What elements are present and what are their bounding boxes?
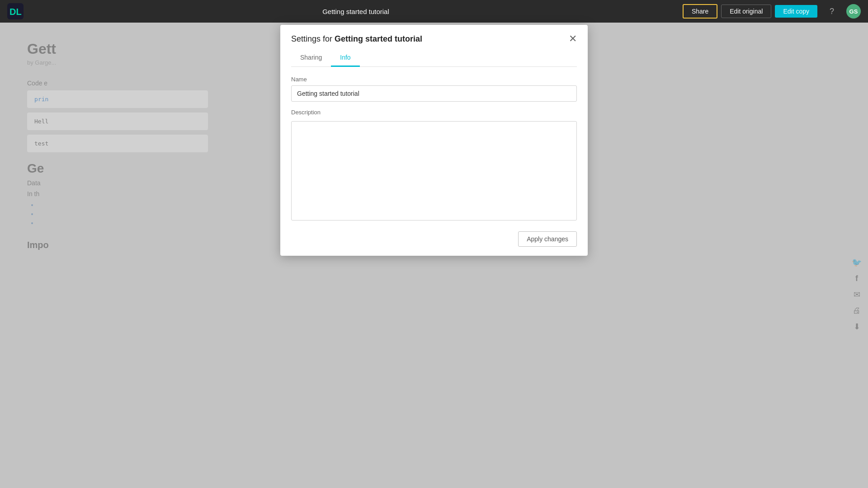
- edit-original-button[interactable]: Edit original: [721, 5, 771, 18]
- modal-tabs: Sharing Info: [291, 49, 577, 67]
- navbar: DL Getting started tutorial Share Edit o…: [0, 0, 868, 23]
- description-label: Description: [291, 109, 577, 116]
- name-input[interactable]: [291, 85, 577, 102]
- avatar[interactable]: GS: [846, 4, 861, 19]
- edit-copy-button[interactable]: Edit copy: [775, 5, 817, 18]
- navbar-actions: Share Edit original Edit copy ? GS: [683, 4, 861, 19]
- modal-title: Settings for Getting started tutorial: [291, 34, 422, 44]
- page-title: Getting started tutorial: [29, 8, 683, 15]
- app-logo[interactable]: DL: [7, 3, 24, 19]
- share-button[interactable]: Share: [683, 4, 717, 19]
- tab-sharing[interactable]: Sharing: [291, 49, 331, 67]
- apply-changes-button[interactable]: Apply changes: [518, 231, 577, 247]
- svg-text:DL: DL: [9, 7, 22, 17]
- description-textarea[interactable]: [291, 121, 577, 221]
- modal-header: Settings for Getting started tutorial ✕: [280, 25, 588, 44]
- name-label: Name: [291, 76, 577, 83]
- settings-modal: Settings for Getting started tutorial ✕ …: [280, 25, 588, 256]
- modal-close-button[interactable]: ✕: [569, 34, 577, 44]
- tab-info[interactable]: Info: [331, 49, 359, 67]
- help-icon[interactable]: ?: [825, 4, 839, 19]
- modal-body: Name Description: [280, 67, 588, 231]
- modal-footer: Apply changes: [280, 231, 588, 256]
